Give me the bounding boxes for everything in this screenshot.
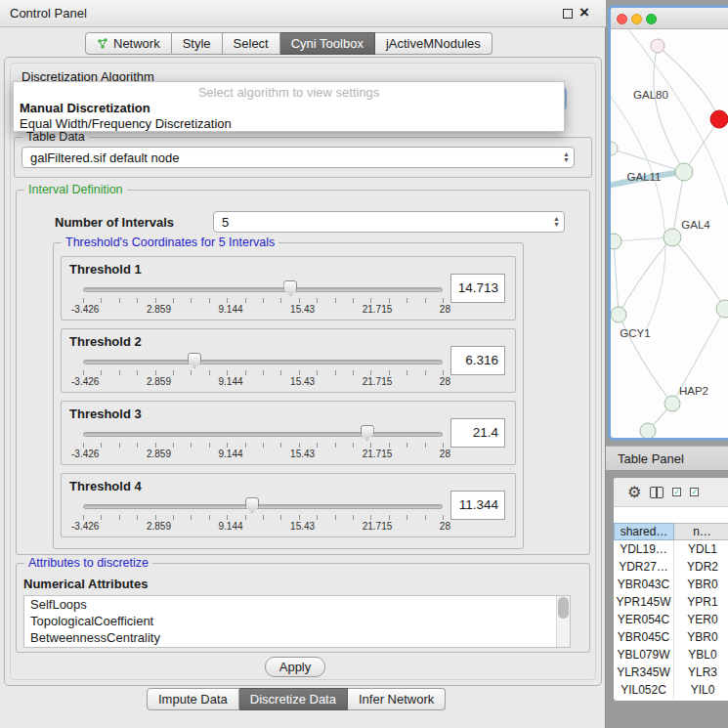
slider-track[interactable] (83, 504, 443, 509)
cell-name[interactable]: YDL1 (674, 540, 728, 558)
tab-impute-data[interactable]: Impute Data (147, 688, 239, 710)
tab-cyni-toolbox[interactable]: Cyni Toolbox (280, 32, 375, 55)
network-node[interactable] (664, 229, 681, 246)
network-node[interactable] (611, 234, 621, 249)
network-node[interactable] (611, 142, 618, 155)
tab-infer-network[interactable]: Infer Network (348, 688, 446, 710)
network-edge[interactable] (654, 46, 684, 172)
table-row[interactable]: YLR345WYLR3 (614, 664, 728, 681)
list-item[interactable]: TopologicalCoefficient (24, 613, 570, 629)
cell-name[interactable]: YIL0 (674, 681, 728, 699)
cell-shared-name[interactable]: YBR045C (614, 628, 674, 646)
tab-discretize-data[interactable]: Discretize Data (239, 688, 348, 710)
cell-shared-name[interactable]: YBL079W (614, 646, 674, 664)
cell-shared-name[interactable]: YLR345W (614, 664, 674, 681)
column-header-name[interactable]: n… (674, 523, 728, 540)
threshold-4-slider[interactable] (83, 499, 443, 513)
network-canvas[interactable]: GAL80GAL11GAL4GCY1HAP2 (611, 29, 728, 438)
table-row[interactable]: YDL19…YDL1 (614, 540, 728, 558)
slider-track[interactable] (83, 360, 443, 364)
network-node[interactable] (611, 307, 626, 322)
threshold-1-value[interactable]: 14.713 (450, 274, 505, 303)
slider-thumb[interactable] (245, 497, 259, 513)
network-node[interactable] (651, 39, 664, 53)
cell-name[interactable]: YER0 (674, 611, 728, 628)
algorithm-option-manual[interactable]: Manual Discretization (20, 101, 150, 115)
threshold-3-slider[interactable] (83, 427, 443, 441)
float-window-icon[interactable] (563, 9, 573, 19)
cell-shared-name[interactable]: YDR27… (614, 558, 674, 576)
zoom-traffic-light-icon[interactable] (646, 14, 657, 24)
cell-shared-name[interactable]: YIL052C (614, 681, 674, 699)
numerical-attributes-list[interactable]: SelfLoopsTopologicalCoefficientBetweenne… (23, 595, 571, 648)
network-node[interactable] (664, 396, 680, 411)
slider-thumb[interactable] (361, 425, 374, 441)
algorithm-option-equal-width[interactable]: Equal Width/Frequency Discretization (20, 116, 232, 131)
scale-tick-label: 15.43 (290, 376, 315, 387)
tab-jactivemnodules[interactable]: jActiveMNodules (375, 32, 492, 55)
cell-name[interactable]: YPR1 (674, 593, 728, 611)
tab-label: jActiveMNodules (386, 36, 481, 51)
threshold-1-slider[interactable] (83, 282, 443, 296)
threshold-2-slider[interactable] (83, 355, 443, 368)
tab-network[interactable]: Network (85, 32, 172, 55)
table-row[interactable]: YBL079WYBL0 (614, 646, 728, 664)
apply-button[interactable]: Apply (265, 657, 325, 677)
tab-select[interactable]: Select (223, 32, 280, 55)
table-row[interactable]: YDR27…YDR2 (614, 558, 728, 576)
network-node[interactable] (675, 163, 693, 181)
column-header-shared-name[interactable]: shared… (614, 523, 674, 540)
scale-tick-label: 9.144 (219, 449, 243, 459)
table-row[interactable]: YIL052CYIL0 (614, 681, 728, 699)
scrollbar-thumb[interactable] (558, 597, 569, 619)
list-item[interactable]: SelfLoops (24, 596, 570, 613)
cell-name[interactable]: YDR2 (674, 558, 728, 576)
slider-track[interactable] (83, 432, 443, 437)
slider-thumb[interactable] (188, 353, 201, 368)
number-of-intervals-combobox[interactable]: 5 ▲▼ (213, 211, 565, 233)
threshold-4-value[interactable]: 11.344 (450, 491, 505, 520)
cell-shared-name[interactable]: YPR145W (614, 593, 674, 611)
slider-scale-labels: -3.4262.8599.14415.4321.71528 (71, 304, 450, 315)
network-node[interactable] (640, 423, 656, 438)
minimize-traffic-light-icon[interactable] (631, 14, 642, 24)
cell-shared-name[interactable]: YER054C (614, 611, 674, 628)
combo-stepper-icon[interactable]: ▲▼ (563, 151, 570, 163)
tab-style[interactable]: Style (172, 32, 223, 55)
network-node[interactable] (716, 300, 728, 318)
network-edge[interactable] (672, 237, 725, 309)
table-row[interactable]: YBR043CYBR0 (614, 576, 728, 593)
table-row[interactable]: YPR145WYPR1 (614, 593, 728, 611)
select-check-icon[interactable]: ✓ (672, 488, 681, 496)
network-edge[interactable] (614, 241, 619, 315)
tab-label: Network (113, 36, 160, 51)
cell-name[interactable]: YLR3 (674, 664, 728, 681)
threshold-2-value[interactable]: 6.316 (450, 346, 505, 375)
cell-name[interactable]: YBR0 (674, 628, 728, 646)
list-item[interactable]: BetweennessCentrality (24, 629, 570, 646)
network-edge[interactable] (619, 237, 672, 315)
select-check-icon[interactable]: ✓ (690, 488, 699, 496)
scale-tick-label: -3.426 (71, 304, 99, 315)
close-traffic-light-icon[interactable] (617, 14, 627, 24)
table-panel-header[interactable]: Table Panel (606, 446, 728, 471)
threshold-3-value[interactable]: 21.4 (450, 418, 505, 448)
combo-stepper-icon[interactable]: ▲▼ (553, 216, 560, 228)
table-row[interactable]: YBR045CYBR0 (614, 628, 728, 646)
slider-track[interactable] (83, 287, 443, 292)
cell-name[interactable]: YBL0 (674, 646, 728, 664)
network-edge[interactable] (611, 93, 665, 332)
slider-thumb[interactable] (283, 280, 297, 296)
gear-icon[interactable]: ⚙ (627, 485, 641, 500)
cell-name[interactable]: YBR0 (674, 576, 728, 593)
list-scrollbar[interactable] (556, 596, 570, 647)
scale-tick-label: 2.859 (147, 521, 171, 532)
network-node[interactable] (710, 110, 728, 128)
table-data-combobox[interactable]: galFiltered.sif default node ▲▼ (21, 147, 575, 168)
cell-shared-name[interactable]: YBR043C (614, 576, 674, 593)
columns-icon[interactable] (650, 487, 664, 498)
table-row[interactable]: YER054CYER0 (614, 611, 728, 628)
screen: Control Panel × Network Style Select Cyn… (0, 0, 728, 728)
close-icon[interactable]: × (579, 3, 589, 22)
cell-shared-name[interactable]: YDL19… (614, 540, 674, 558)
